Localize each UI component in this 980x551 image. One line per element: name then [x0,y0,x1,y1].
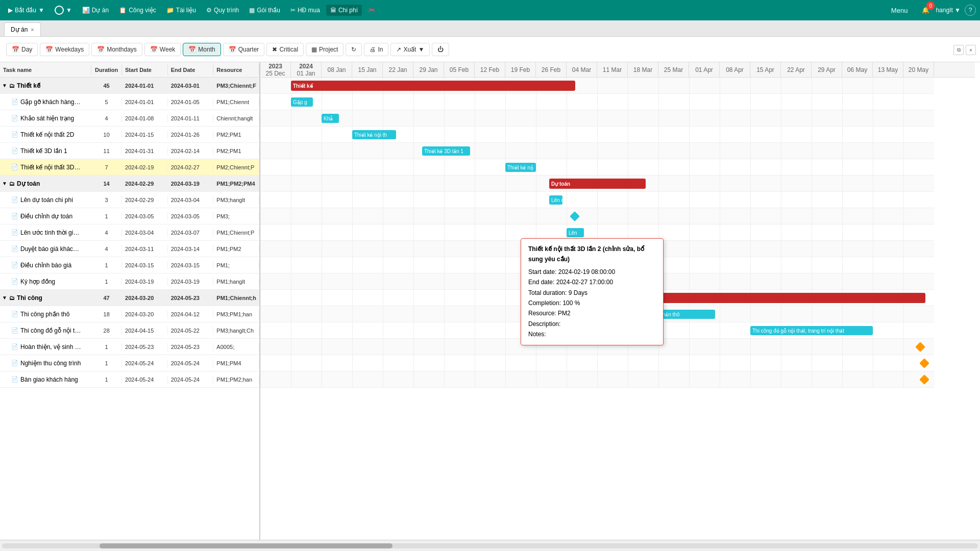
table-row[interactable]: ▼ 🗂 Thi công 47 2024-03-20 2024-05-23 PM… [0,290,259,306]
grid-line [352,355,353,371]
month-button[interactable]: 📅 Month [183,43,220,56]
day-button[interactable]: 📅 Day [6,43,38,56]
gantt-bar[interactable]: Thiết kế nội th [352,130,396,139]
table-row[interactable]: 📄 Lên dự toán chi phí 3 2024-02-29 2024-… [0,192,259,208]
table-row[interactable]: 📄 Ký hợp đồng 1 2024-03-19 2024-03-19 PM… [0,273,259,290]
nav-chi-phi[interactable]: 🏛 Chi phí [326,5,362,16]
gantt-bar[interactable]: Thi công [636,293,925,303]
table-row[interactable]: 📄 Lên ước tính thời gian thực 4 2024-03-… [0,224,259,241]
grid-line [628,94,628,110]
table-row[interactable]: 📄 Thi công phần thô 18 2024-03-20 2024-0… [0,306,259,322]
gantt-row[interactable]: Lên d [260,192,934,208]
grid-line [903,339,904,355]
help-button[interactable]: ? [965,5,976,16]
gantt-bar[interactable] [919,374,929,385]
project-button[interactable]: ▦ Project [306,43,344,56]
user-menu[interactable]: hangIt ▼ [936,7,961,14]
start-cell: 2024-03-04 [122,229,168,237]
table-row[interactable]: 📄 Bàn giao khách hàng 1 2024-05-24 2024-… [0,371,259,388]
table-row[interactable]: 📄 Thiết kế nội thất 2D 10 2024-01-15 202… [0,127,259,143]
nav-quy-trinh[interactable]: ⚙ Quy trình [202,5,243,16]
table-row[interactable]: 📄 Khảo sát hiện trạng 4 2024-01-08 2024-… [0,110,259,127]
table-row[interactable]: ▼ 🗂 Thiết kế 45 2024-01-01 2024-03-01 PM… [0,78,259,94]
table-row[interactable]: 📄 Gặp gỡ khách hàng và làm 5 2024-01-01 … [0,94,259,110]
gantt-row[interactable] [260,208,934,224]
nav-tai-lieu[interactable]: 📁 Tài liệu [162,5,200,16]
gantt-row[interactable]: Thiết kế [260,78,934,94]
monthdays-button[interactable]: 📅 Monthdays [91,43,142,56]
gantt-bar[interactable]: Thi công đồ gỗ nội thất, trang trí nội t… [750,326,873,335]
grid-line [750,78,751,93]
critical-icon: ✖ [272,46,277,53]
nav-bat-dau[interactable]: ▶ Bắt đầu ▼ [4,5,48,16]
grid-line [322,159,322,175]
gantt-bar[interactable]: Khả [322,114,339,123]
export-button[interactable]: ↗ Xuất ▼ [390,43,430,56]
refresh-button[interactable]: ↻ [346,43,362,56]
tab-du-an[interactable]: Dự án × [4,22,41,36]
gantt-bar[interactable]: Dự toán [549,179,646,189]
table-row[interactable]: 📄 Duyệt báo giá khách hàng 4 2024-03-11 … [0,241,259,257]
timeline-cell: 11 Mar [597,62,628,77]
gantt-row[interactable]: Thiết kế nội th [260,127,934,143]
scrollbar-track[interactable] [2,543,978,548]
gantt-row[interactable] [260,371,934,388]
gantt-row[interactable]: Dự toán [260,176,934,192]
gantt-bar[interactable]: Thiết kế [291,81,575,91]
table-row[interactable]: 📄 Thiết kế nội thất 3D lần 2 (c 7 2024-0… [0,159,259,176]
grid-line [444,322,445,338]
gantt-bar[interactable]: Thiết kế nộ [505,163,536,172]
table-row[interactable]: 📄 Thi công đồ gỗ nội thất, tran 28 2024-… [0,322,259,339]
grid-line [873,371,873,387]
gantt-row[interactable]: Thiết kế 3D lần 1 [260,143,934,159]
gantt-bar[interactable] [915,342,925,352]
nav-goi-thau[interactable]: ▦ Gói thầu [245,5,284,16]
weekdays-button[interactable]: 📅 Weekdays [40,43,89,56]
critical-button[interactable]: ✖ Critical [266,43,304,56]
notification-bell[interactable]: 🔔 0 [920,5,932,16]
table-row[interactable]: 📄 Thiết kế 3D lần 1 11 2024-01-31 2024-0… [0,143,259,159]
file-icon: 📄 [11,115,18,121]
th-end-date: End Date [168,65,214,75]
gantt-bar[interactable]: Lên d [549,195,562,205]
gantt-row[interactable] [260,355,934,371]
grid-line [352,257,353,273]
print-button[interactable]: 🖨 In [364,43,388,56]
power-button[interactable]: ⏻ [432,43,449,56]
gantt-row[interactable]: Khả [260,110,934,127]
file-icon: 📄 [11,131,18,138]
gantt-bar[interactable] [570,211,580,221]
minimize-button[interactable]: ⧉ [953,45,964,55]
calendar-w-icon: 📅 [150,46,158,53]
table-row[interactable]: ▼ 🗂 Dự toán 14 2024-02-29 2024-03-19 PM1… [0,176,259,192]
nav-cong-viec[interactable]: 📋 Công việc [115,5,160,16]
scrollbar-thumb[interactable] [100,543,393,548]
close-button[interactable]: × [966,45,976,55]
table-row[interactable]: 📄 Điều chỉnh báo giá 1 2024-03-15 2024-0… [0,257,259,273]
file-icon: 📄 [11,262,18,268]
nav-hd-mua[interactable]: ✂ HĐ mua [286,5,324,16]
nav-game-icon[interactable]: 🎮 [364,5,380,16]
gantt-bar[interactable]: Gặp g [291,97,313,107]
gantt-row[interactable]: Gặp g [260,94,934,110]
gantt-area[interactable]: 202325 Dec202401 Jan08 Jan15 Jan22 Jan29… [260,62,980,540]
table-row[interactable]: 📄 Điều chỉnh dự toán 1 2024-03-05 2024-0… [0,208,259,224]
gantt-bar[interactable]: Lên [567,228,584,237]
task-name-cell: 📄 Thiết kế nội thất 3D lần 2 (c [0,163,91,172]
nav-du-an[interactable]: 📊 Dự án [78,5,113,16]
table-row[interactable]: 📄 Hoàn thiện, vệ sinh trước k 1 2024-05-… [0,339,259,355]
quarter-button[interactable]: 📅 Quarter [223,43,265,56]
gantt-bar[interactable] [919,358,929,368]
horizontal-scrollbar[interactable] [0,540,980,551]
calendar-q-icon: 📅 [229,46,236,53]
tab-close-button[interactable]: × [31,27,34,33]
table-row[interactable]: 📄 Nghiệm thu công trình 1 2024-05-24 202… [0,355,259,371]
grid-line [383,224,383,240]
week-button[interactable]: 📅 Week [144,43,181,56]
gantt-bar[interactable]: Thiết kế 3D lần 1 [422,146,470,156]
grid-line [413,306,414,322]
menu-button[interactable]: Menu [883,4,916,17]
gantt-row[interactable]: Thiết kế nộ [260,159,934,176]
grid-line [750,224,751,240]
nav-icon-item[interactable]: ▼ [51,4,76,17]
